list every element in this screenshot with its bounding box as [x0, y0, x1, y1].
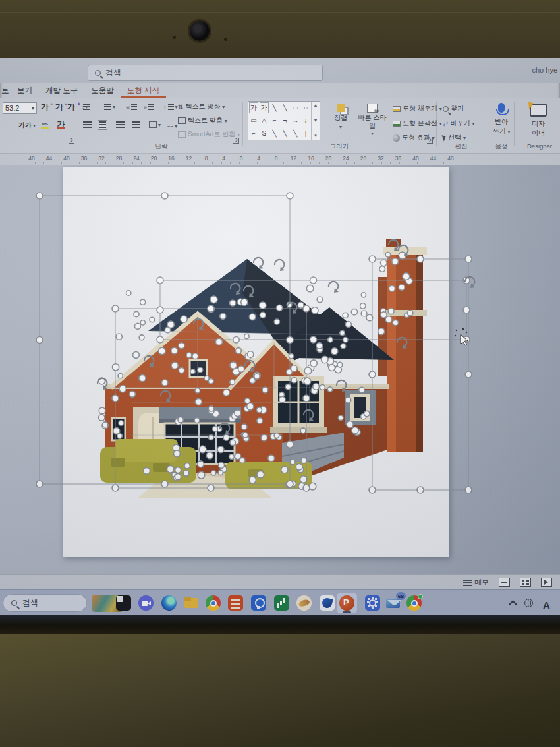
rotate-handle[interactable] [389, 240, 399, 251]
selection-handle[interactable] [218, 470, 223, 475]
shape-gallery[interactable]: 가가╲╲▭○▭△⌐¬→↓⌐S╲╲╲| ▲ ▼ ▾ [248, 101, 320, 140]
highlight-color-button[interactable]: ✎ [41, 120, 49, 129]
app-mail[interactable]: 68 [386, 595, 401, 611]
selection-handle[interactable] [310, 277, 317, 284]
selection-handle[interactable] [340, 330, 345, 335]
shape-gallery-item[interactable]: ○ [300, 102, 311, 114]
selection-handle[interactable] [219, 462, 225, 468]
selection-handle[interactable] [230, 300, 236, 306]
selection-handle[interactable] [465, 256, 472, 262]
selection-handle[interactable] [186, 353, 192, 358]
selection-handle[interactable] [256, 407, 262, 413]
selection-handle[interactable] [300, 428, 306, 433]
selection-handle[interactable] [167, 465, 174, 473]
selection-handle[interactable] [465, 487, 472, 493]
selection-handle[interactable] [329, 365, 335, 371]
selection-handle[interactable] [389, 285, 395, 291]
selection-handle[interactable] [343, 313, 348, 318]
font-size-combo[interactable]: 53.2 ▾ [3, 102, 37, 114]
selection-handle[interactable] [181, 316, 187, 322]
selection-handle[interactable] [209, 435, 214, 440]
selection-handle[interactable] [369, 487, 376, 493]
selection-handle[interactable] [313, 384, 320, 390]
shape-gallery-scrollbar[interactable]: ▲ ▼ ▾ [311, 102, 320, 140]
selection-handle[interactable] [208, 305, 214, 312]
app-hanword[interactable] [320, 595, 335, 611]
selection-handle[interactable] [249, 477, 256, 483]
find-button[interactable]: 찾기 [443, 104, 464, 113]
selection-handle[interactable] [140, 320, 145, 325]
selection-handle[interactable] [320, 385, 325, 390]
selection-handle[interactable] [192, 353, 198, 359]
selection-handle[interactable] [140, 299, 146, 305]
app-chrome[interactable] [206, 595, 221, 611]
grow-font-button[interactable]: 가˄ [41, 103, 53, 111]
shape-gallery-item[interactable]: ¬ [279, 114, 290, 127]
rotate-handle[interactable] [244, 286, 254, 297]
selection-handle[interactable] [161, 380, 167, 386]
selection-handle[interactable] [328, 337, 333, 342]
selection-handle[interactable] [190, 369, 195, 374]
selection-handle[interactable] [112, 305, 119, 312]
selection-handle[interactable] [157, 336, 163, 343]
selection-handle[interactable] [217, 446, 224, 453]
selection-handle[interactable] [361, 293, 366, 297]
font-color-button[interactable]: 가 [57, 120, 65, 129]
selection-handle[interactable] [337, 362, 343, 367]
selection-handle[interactable] [208, 406, 213, 411]
convert-smartart-button[interactable]: SmartArt로 변환▾ [178, 130, 240, 139]
selection-handle[interactable] [139, 335, 144, 340]
selection-handle[interactable] [291, 365, 297, 372]
tab-developer[interactable]: 개발 도구 [39, 84, 84, 98]
selection-handle[interactable] [403, 273, 410, 280]
selection-handle[interactable] [341, 344, 346, 349]
selection-handle[interactable] [134, 311, 139, 316]
shape-gallery-item[interactable]: ╲ [279, 127, 290, 140]
arrange-button[interactable]: 정렬▾ [327, 104, 354, 130]
selection-handle[interactable] [247, 403, 254, 410]
selection-handle[interactable] [351, 309, 357, 314]
selection-handle[interactable] [359, 387, 365, 393]
selection-handle[interactable] [327, 387, 332, 392]
rotate-handle[interactable] [161, 391, 171, 402]
selection-handle[interactable] [304, 367, 312, 374]
rotate-handle[interactable] [245, 361, 255, 372]
selection-handle[interactable] [223, 434, 229, 440]
selection-handle[interactable] [262, 387, 268, 393]
selection-handle[interactable] [36, 481, 43, 487]
selection-handle[interactable] [352, 427, 358, 433]
line-spacing-button[interactable]: ↕▾ [163, 104, 178, 111]
selection-handle[interactable] [139, 375, 146, 382]
selection-handle[interactable] [118, 373, 123, 378]
selection-handle[interactable] [112, 395, 119, 402]
selection-handle[interactable] [257, 418, 263, 424]
app-chrome-profile[interactable] [406, 595, 422, 611]
selection-handle[interactable] [287, 193, 293, 199]
search-box[interactable]: 검색 [88, 65, 323, 81]
selection-handle[interactable] [369, 371, 376, 378]
selection-handle[interactable] [242, 433, 248, 438]
selection-handle[interactable] [171, 347, 178, 354]
selection-handle[interactable] [240, 458, 245, 463]
selection-handle[interactable] [381, 312, 387, 318]
rotate-handle[interactable] [275, 260, 285, 271]
selection-handle[interactable] [345, 321, 351, 327]
selection-handle[interactable] [208, 485, 214, 491]
selection-handle[interactable] [291, 378, 296, 383]
selection-handle[interactable] [230, 380, 235, 385]
shrink-font-button[interactable]: 가˅ [55, 103, 67, 111]
taskbar-search[interactable]: 검색 [3, 594, 87, 612]
app-powerpoint-active[interactable] [337, 593, 357, 613]
selection-handle[interactable] [99, 407, 105, 414]
align-right-button[interactable] [116, 121, 125, 129]
shape-gallery-item[interactable]: ╲ [269, 102, 280, 114]
app-hanshow[interactable] [228, 595, 243, 611]
selection-overlay[interactable] [0, 165, 560, 574]
selection-handle[interactable] [206, 452, 213, 459]
selection-handle[interactable] [132, 351, 139, 358]
shape-gallery-item[interactable]: ⌐ [269, 114, 280, 127]
selection-handle[interactable] [388, 309, 394, 314]
selection-handle[interactable] [465, 371, 472, 378]
selection-handle[interactable] [159, 347, 165, 354]
selection-handle[interactable] [241, 299, 248, 305]
